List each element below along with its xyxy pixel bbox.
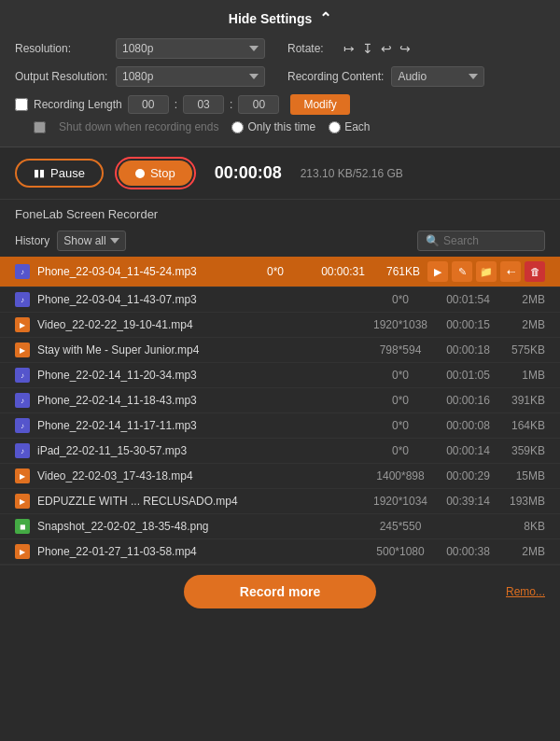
file-row[interactable]: ♪Phone_22-02-14_11-17-11.mp30*000:00:081…: [0, 413, 560, 439]
file-name: Stay with Me - Super Junior.mp4: [37, 343, 363, 357]
file-row[interactable]: ▶EDPUZZLE WITH ... RECLUSADO.mp41920*103…: [0, 489, 560, 514]
file-name: Snapshot_22-02-02_18-35-48.png: [37, 520, 363, 533]
remove-link[interactable]: Remo...: [506, 585, 545, 598]
settings-panel: Hide Settings ⌃ Resolution: 1080p Rotate…: [0, 0, 560, 147]
file-duration: 00:39:14: [438, 495, 498, 508]
file-row[interactable]: ♪Phone_22-03-04_11-43-07.mp30*000:01:542…: [0, 287, 560, 313]
audio-file-icon: ♪: [15, 264, 30, 279]
file-duration: 00:00:08: [438, 419, 498, 432]
resolution-select[interactable]: 1080p: [116, 38, 265, 59]
edit-action-button[interactable]: ✎: [452, 261, 472, 282]
share-action-button[interactable]: ⇠: [500, 261, 521, 282]
stop-button[interactable]: Stop: [119, 161, 192, 186]
folder-action-button[interactable]: 📁: [476, 261, 497, 282]
file-row[interactable]: ▶Phone_22-01-27_11-03-58.mp4500*108000:0…: [0, 539, 560, 565]
file-size: 2MB: [498, 318, 545, 331]
file-name: Video_22-02-22_19-10-41.mp4: [37, 318, 363, 331]
file-name: iPad_22-02-11_15-30-57.mp3: [37, 444, 363, 457]
video-file-icon: ▶: [15, 468, 30, 483]
file-name: Phone_22-02-14_11-17-11.mp3: [37, 419, 363, 432]
search-icon: 🔍: [426, 234, 440, 247]
each-time-radio[interactable]: [329, 121, 341, 133]
video-file-icon: ▶: [15, 317, 30, 332]
each-time-group: Each: [329, 120, 370, 133]
audio-file-icon: ♪: [15, 292, 30, 307]
pause-icon: ▮▮: [34, 167, 45, 179]
transfer-info: 213.10 KB/52.16 GB: [301, 167, 403, 180]
audio-file-icon: ♪: [15, 418, 30, 433]
control-bar: ▮▮ Pause Stop 00:00:08 213.10 KB/52.16 G…: [0, 147, 560, 200]
video-file-icon: ▶: [15, 494, 30, 509]
file-resolution: 245*550: [363, 520, 438, 533]
file-name: EDPUZZLE WITH ... RECLUSADO.mp4: [37, 495, 363, 508]
time-minutes-input[interactable]: [183, 95, 224, 114]
file-resolution: 0*0: [363, 369, 438, 382]
stop-button-wrapper: Stop: [115, 157, 196, 189]
file-resolution: 798*594: [363, 343, 438, 357]
resolution-row: Resolution: 1080p Rotate: ↦ ↧ ↩ ↪: [15, 38, 545, 59]
delete-action-button[interactable]: 🗑: [525, 261, 545, 282]
file-row[interactable]: ◼Snapshot_22-02-02_18-35-48.png245*5508K…: [0, 514, 560, 539]
file-resolution: 0*0: [238, 265, 313, 278]
search-input[interactable]: [443, 234, 537, 247]
file-resolution: 1920*1038: [363, 318, 438, 331]
file-size: 761KB: [373, 265, 420, 278]
pause-label: Pause: [50, 166, 85, 180]
file-resolution: 0*0: [363, 394, 438, 407]
audio-file-icon: ♪: [15, 393, 30, 408]
shutdown-checkbox[interactable]: [34, 121, 46, 133]
rotate-label: Rotate:: [287, 42, 334, 55]
file-duration: 00:00:29: [438, 469, 498, 482]
record-more-button[interactable]: Record more: [184, 575, 376, 608]
pause-button[interactable]: ▮▮ Pause: [15, 159, 104, 188]
file-duration: 00:01:54: [438, 293, 498, 306]
file-duration: 00:00:14: [438, 444, 498, 457]
file-size: 1MB: [498, 369, 545, 382]
file-size: 2MB: [498, 545, 545, 558]
file-size: 2MB: [498, 293, 545, 306]
file-size: 8KB: [498, 520, 545, 533]
recording-length-row: Recording Length : : Modify: [15, 94, 545, 115]
file-row[interactable]: ▶Stay with Me - Super Junior.mp4798*5940…: [0, 338, 560, 363]
file-duration: 00:00:18: [438, 343, 498, 357]
history-filter-select[interactable]: Show all: [57, 231, 126, 251]
modify-button[interactable]: Modify: [290, 94, 349, 115]
only-this-time-radio[interactable]: [231, 121, 244, 133]
time-hours-input[interactable]: [128, 95, 169, 114]
audio-file-icon: ♪: [15, 368, 30, 383]
output-resolution-select[interactable]: 1080p: [116, 66, 265, 87]
rotate-cw-button[interactable]: ↩: [379, 39, 394, 58]
file-size: 15MB: [498, 469, 545, 482]
rotate-flip-v-button[interactable]: ↧: [360, 39, 375, 58]
file-row[interactable]: ♪Phone_22-02-14_11-18-43.mp30*000:00:163…: [0, 388, 560, 413]
search-box: 🔍: [417, 231, 545, 251]
file-name: Video_22-02-03_17-43-18.mp4: [37, 469, 363, 482]
file-row[interactable]: ♪Phone_22-03-04_11-45-24.mp30*000:00:317…: [0, 257, 560, 287]
footer: Record more Remo...: [0, 565, 560, 618]
file-row[interactable]: ♪iPad_22-02-11_15-30-57.mp30*000:00:1435…: [0, 439, 560, 464]
shutdown-row: Shut down when recording ends Only this …: [34, 120, 545, 133]
file-row[interactable]: ▶Video_22-02-03_17-43-18.mp41400*89800:0…: [0, 464, 560, 489]
history-label: History: [15, 234, 49, 247]
rotate-ccw-button[interactable]: ↪: [398, 39, 413, 58]
time-seconds-input[interactable]: [238, 95, 279, 114]
file-size: 359KB: [498, 444, 545, 457]
file-size: 391KB: [498, 394, 545, 407]
video-file-icon: ▶: [15, 544, 30, 559]
rotate-flip-h-button[interactable]: ↦: [342, 39, 357, 58]
file-row[interactable]: ♪Phone_22-02-14_11-20-34.mp30*000:01:051…: [0, 363, 560, 388]
file-duration: 00:00:16: [438, 394, 498, 407]
file-resolution: 1400*898: [363, 469, 438, 482]
recording-content-label: Recording Content:: [287, 70, 384, 83]
each-time-label: Each: [344, 120, 370, 133]
file-row[interactable]: ▶Video_22-02-22_19-10-41.mp41920*103800:…: [0, 313, 560, 338]
play-action-button[interactable]: ▶: [427, 261, 448, 282]
video-file-icon: ▶: [15, 343, 30, 357]
file-name: Phone_22-03-04_11-45-24.mp3: [37, 265, 238, 278]
recording-content-select[interactable]: Audio Video Screen: [391, 66, 484, 87]
file-name: Phone_22-01-27_11-03-58.mp4: [37, 545, 363, 558]
file-name: Phone_22-02-14_11-20-34.mp3: [37, 369, 363, 382]
recording-length-checkbox[interactable]: [15, 98, 28, 111]
rotate-icons: ↦ ↧ ↩ ↪: [342, 39, 413, 58]
hide-settings-header[interactable]: Hide Settings ⌃: [15, 9, 545, 27]
